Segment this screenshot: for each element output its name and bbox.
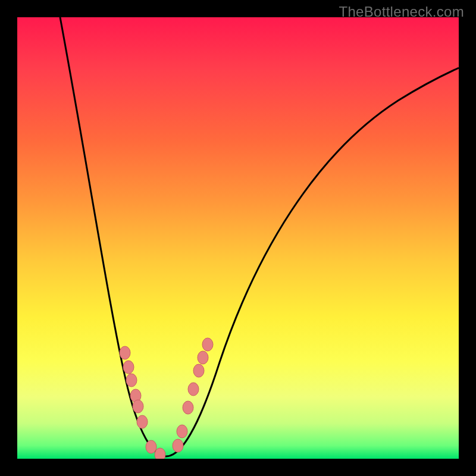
curve-markers-right — [173, 338, 213, 452]
curve-marker — [123, 361, 134, 374]
curve-marker — [193, 364, 204, 377]
bottleneck-chart-svg — [17, 17, 459, 459]
curve-marker — [155, 448, 165, 459]
curve-marker — [202, 338, 213, 351]
curve-marker — [173, 439, 183, 452]
watermark-text: TheBottleneck.com — [339, 4, 464, 20]
curve-marker — [188, 383, 199, 396]
curve-marker — [120, 346, 130, 359]
chart-plot-area — [17, 17, 459, 459]
curve-marker — [146, 440, 156, 453]
curve-markers-left — [120, 346, 165, 459]
curve-marker — [133, 400, 143, 413]
curve-marker — [126, 374, 137, 387]
curve-marker — [177, 425, 187, 438]
bottleneck-curve — [60, 17, 459, 456]
curve-marker — [198, 351, 208, 364]
curve-marker — [137, 415, 148, 428]
curve-marker — [183, 401, 193, 414]
